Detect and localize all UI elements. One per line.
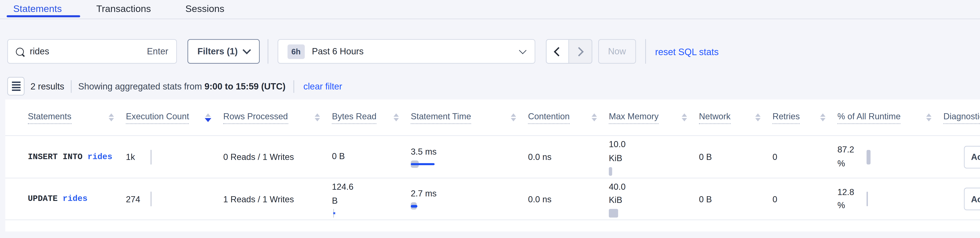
search-value[interactable]: rides <box>30 46 147 56</box>
pct-runtime-bar <box>867 192 868 206</box>
sort-icon[interactable] <box>108 113 114 121</box>
sort-icon[interactable] <box>394 113 399 121</box>
statements-table-card: Statements Execution Count Rows Processe… <box>5 99 980 232</box>
statement-time-value: 2.7 ms <box>411 188 528 198</box>
sql-activity-page: Statements Transactions Sessions rides E… <box>0 0 980 238</box>
filters-button[interactable]: Filters (1) <box>188 39 260 64</box>
filters-label: Filters (1) <box>197 46 237 56</box>
execution-count-value: 274 <box>126 194 150 204</box>
diagnostics-cell: Activate <box>943 188 980 210</box>
contention-cell: 0.0 ns <box>528 194 609 204</box>
bytes-read-cell: 0 B <box>332 150 410 163</box>
pct-runtime-value: 12.8 % <box>837 185 861 212</box>
diagnostics-cell: Activate <box>943 145 980 168</box>
now-button[interactable]: Now <box>598 39 636 64</box>
column-header-network[interactable]: Network <box>699 111 772 124</box>
pct-runtime-cell: 87.2 % <box>837 144 943 170</box>
table-row: UPDATE rides 274 1 Reads / 1 Writes 124.… <box>5 178 980 220</box>
column-header-pct-of-all-runtime[interactable]: % of All Runtime <box>837 111 943 124</box>
reset-sql-stats-link[interactable]: reset SQL stats <box>655 46 719 57</box>
statement-time-bar <box>411 202 528 209</box>
chevron-left-icon <box>554 47 563 56</box>
statement-time-bar <box>411 160 528 168</box>
pct-runtime-value: 87.2 % <box>837 144 861 170</box>
tab-bar: Statements Transactions Sessions <box>0 0 980 19</box>
execution-count-bar <box>150 150 152 164</box>
execution-count-bar <box>150 192 152 206</box>
summary-time-range: 9:00 to 15:59 (UTC) <box>204 81 285 91</box>
previous-time-button[interactable] <box>546 40 569 63</box>
column-header-bytes-read[interactable]: Bytes Read <box>332 111 410 124</box>
sort-icon-active-desc[interactable] <box>205 113 211 121</box>
max-memory-value: 40.0 KiB <box>609 180 631 207</box>
results-count: 2 results <box>30 81 64 91</box>
aggregation-summary: Showing aggregated stats from 9:00 to 15… <box>78 81 286 91</box>
column-header-diagnostics[interactable]: Diagnostics <box>943 111 980 124</box>
tab-transactions[interactable]: Transactions <box>96 0 151 14</box>
rows-processed-cell: 1 Reads / 1 Writes <box>223 194 332 204</box>
sort-icon[interactable] <box>755 113 760 121</box>
statement-text: INSERT INTO <box>28 152 83 161</box>
execution-count-cell: 1k <box>126 150 223 164</box>
column-header-statement-time[interactable]: Statement Time <box>411 111 528 124</box>
summary-prefix: Showing aggregated stats from <box>78 81 202 91</box>
results-bar: 2 results Showing aggregated stats from … <box>0 77 980 96</box>
search-icon <box>16 48 24 56</box>
tab-statements[interactable]: Statements <box>13 0 62 14</box>
bytes-read-value: 0 B <box>332 150 361 163</box>
divider <box>645 39 646 64</box>
chevron-down-icon <box>242 46 251 54</box>
search-input[interactable]: rides Enter <box>7 39 177 64</box>
sort-icon[interactable] <box>926 113 931 121</box>
statement-text: UPDATE <box>28 194 57 203</box>
enter-hint: Enter <box>147 46 168 56</box>
bytes-read-cell: 124.6 B <box>332 181 410 217</box>
statement-time-value: 3.5 ms <box>411 146 528 156</box>
retries-cell: 0 <box>772 152 837 162</box>
statement-time-cell: 3.5 ms <box>411 146 528 168</box>
max-memory-value: 10.0 KiB <box>609 138 631 165</box>
sort-icon[interactable] <box>820 113 826 121</box>
contention-cell: 0.0 ns <box>528 152 609 162</box>
column-header-rows-processed[interactable]: Rows Processed <box>223 111 332 124</box>
bytes-read-value: 124.6 B <box>332 181 361 208</box>
menu-icon <box>11 82 20 83</box>
column-header-execution-count[interactable]: Execution Count <box>126 111 223 124</box>
statement-table-link[interactable]: rides <box>88 152 112 161</box>
chevron-right-icon <box>574 47 584 56</box>
activate-diagnostics-button[interactable]: Activate <box>964 145 980 168</box>
activate-diagnostics-button[interactable]: Activate <box>964 188 980 210</box>
sort-icon[interactable] <box>511 113 516 121</box>
tab-sessions[interactable]: Sessions <box>185 0 224 14</box>
statement-cell[interactable]: INSERT INTO rides <box>28 152 126 161</box>
max-memory-bar <box>609 209 618 217</box>
statement-cell[interactable]: UPDATE rides <box>28 194 126 203</box>
sort-icon[interactable] <box>592 113 597 121</box>
clear-filter-link[interactable]: clear filter <box>304 81 342 91</box>
next-time-button[interactable] <box>569 40 592 63</box>
chevron-down-icon <box>519 46 526 54</box>
time-picker-dropdown[interactable]: 6h Past 6 Hours <box>277 39 535 64</box>
table-header-row: Statements Execution Count Rows Processe… <box>5 99 980 136</box>
time-badge: 6h <box>287 44 305 59</box>
execution-count-value: 1k <box>126 152 150 162</box>
bytes-read-bar <box>333 209 334 217</box>
column-header-max-memory[interactable]: Max Memory <box>609 111 699 124</box>
max-memory-cell: 40.0 KiB <box>609 180 699 217</box>
column-selector-button[interactable] <box>7 77 24 96</box>
sort-icon[interactable] <box>315 113 320 121</box>
divider <box>293 80 294 93</box>
network-cell: 0 B <box>699 152 772 162</box>
time-picker-label: Past 6 Hours <box>312 46 520 56</box>
column-header-statements[interactable]: Statements <box>28 111 126 124</box>
pct-runtime-bar <box>867 150 870 164</box>
network-cell: 0 B <box>699 194 772 204</box>
divider <box>71 80 72 93</box>
sort-icon[interactable] <box>682 113 687 121</box>
time-pager-group <box>546 39 592 64</box>
column-header-retries[interactable]: Retries <box>772 111 837 124</box>
statement-table-link[interactable]: rides <box>63 194 88 203</box>
controls-row: rides Enter Filters (1) 6h Past 6 Hours … <box>0 39 980 64</box>
column-header-contention[interactable]: Contention <box>528 111 609 124</box>
max-memory-bar <box>609 167 612 176</box>
